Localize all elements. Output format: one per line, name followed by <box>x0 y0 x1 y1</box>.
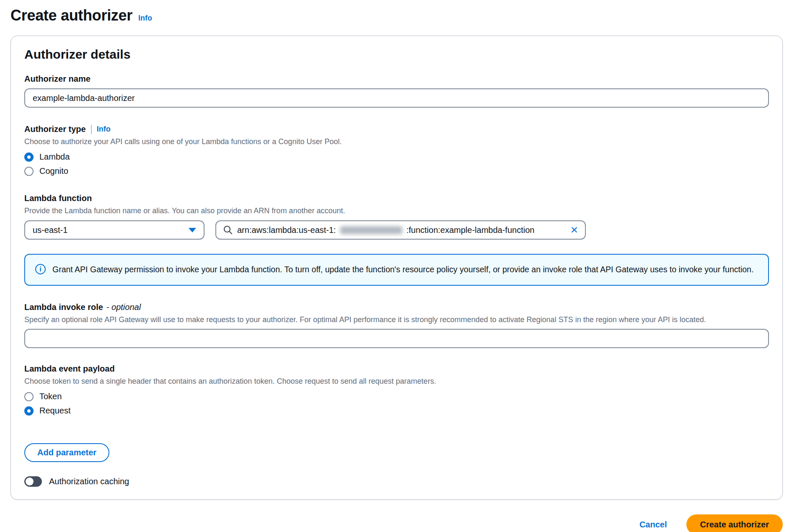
region-select-value: us-east-1 <box>33 225 67 235</box>
search-icon <box>223 225 233 235</box>
authorizer-type-radio-group: Lambda Cognito <box>24 152 769 176</box>
arn-prefix-text: arn:aws:lambda:us-east-1: <box>237 225 336 235</box>
lambda-function-inputs-row: us-east-1 arn:aws:lambda:us-east-1: :fun… <box>24 220 769 240</box>
radio-option-label: Token <box>39 392 62 401</box>
invoke-role-optional-suffix: - optional <box>106 302 141 312</box>
cancel-button[interactable]: Cancel <box>639 520 667 529</box>
redacted-account-id <box>340 226 402 234</box>
permission-info-alert: i Grant API Gateway permission to invoke… <box>24 254 769 286</box>
authorizer-type-description: Choose to authorize your API calls using… <box>24 137 769 146</box>
authorizer-name-input[interactable] <box>24 88 769 108</box>
authorization-caching-label: Authorization caching <box>49 477 129 486</box>
event-payload-radio-group: Token Request <box>24 392 769 416</box>
create-authorizer-page: Create authorizer Info Authorizer detail… <box>0 0 792 532</box>
permission-alert-text: Grant API Gateway permission to invoke y… <box>52 263 753 276</box>
event-payload-description: Choose token to send a single header tha… <box>24 377 769 386</box>
radio-option-label: Request <box>39 406 71 416</box>
invoke-role-label: Lambda invoke role <box>24 302 103 312</box>
footer-actions: Cancel Create authorizer <box>10 514 783 532</box>
invoke-role-input[interactable] <box>24 329 769 348</box>
page-title-info-link[interactable]: Info <box>138 14 152 23</box>
add-parameter-button[interactable]: Add parameter <box>24 443 109 462</box>
radio-unselected-icon <box>24 392 34 401</box>
lambda-function-arn-input[interactable]: arn:aws:lambda:us-east-1: :function:exam… <box>215 220 586 240</box>
lambda-function-field: Lambda function Provide the Lambda funct… <box>24 194 769 240</box>
radio-option-request[interactable]: Request <box>24 406 71 416</box>
authorizer-type-info-link[interactable]: Info <box>97 125 111 134</box>
radio-selected-icon <box>24 152 34 162</box>
create-authorizer-button[interactable]: Create authorizer <box>686 514 783 532</box>
radio-option-lambda[interactable]: Lambda <box>24 152 70 162</box>
page-header: Create authorizer Info <box>10 7 783 24</box>
authorizer-name-field: Authorizer name <box>24 74 769 108</box>
page-title: Create authorizer <box>10 7 132 24</box>
region-select[interactable]: us-east-1 <box>24 220 204 240</box>
authorizer-name-label: Authorizer name <box>24 74 769 84</box>
radio-option-cognito[interactable]: Cognito <box>24 166 68 176</box>
event-payload-label: Lambda event payload <box>24 364 769 374</box>
radio-selected-icon <box>24 406 34 416</box>
radio-option-label: Lambda <box>39 152 70 162</box>
radio-unselected-icon <box>24 167 34 176</box>
invoke-role-field: Lambda invoke role - optional Specify an… <box>24 302 769 348</box>
authorization-caching-row: Authorization caching <box>24 476 769 487</box>
lambda-function-label: Lambda function <box>24 194 769 203</box>
radio-option-label: Cognito <box>39 166 68 176</box>
authorizer-details-card: Authorizer details Authorizer name Autho… <box>10 36 783 500</box>
event-payload-field: Lambda event payload Choose token to sen… <box>24 364 769 416</box>
lambda-function-description: Provide the Lambda function name or alia… <box>24 207 769 215</box>
authorizer-type-label-row: Authorizer type Info <box>24 124 769 134</box>
invoke-role-label-row: Lambda invoke role - optional <box>24 302 769 312</box>
info-circle-icon: i <box>35 264 46 274</box>
toggle-knob <box>26 478 34 486</box>
authorizer-type-label: Authorizer type <box>24 124 86 134</box>
arn-suffix-text: :function:example-lambda-function <box>406 225 535 235</box>
invoke-role-description: Specify an optional role API Gateway wil… <box>24 315 769 324</box>
authorizer-type-field: Authorizer type Info Choose to authorize… <box>24 124 769 176</box>
authorization-caching-toggle[interactable] <box>24 476 42 487</box>
card-heading: Authorizer details <box>24 47 769 62</box>
clear-input-icon[interactable]: ✕ <box>567 225 578 235</box>
caret-down-icon <box>189 228 196 232</box>
radio-option-token[interactable]: Token <box>24 392 62 401</box>
label-divider <box>91 125 92 134</box>
